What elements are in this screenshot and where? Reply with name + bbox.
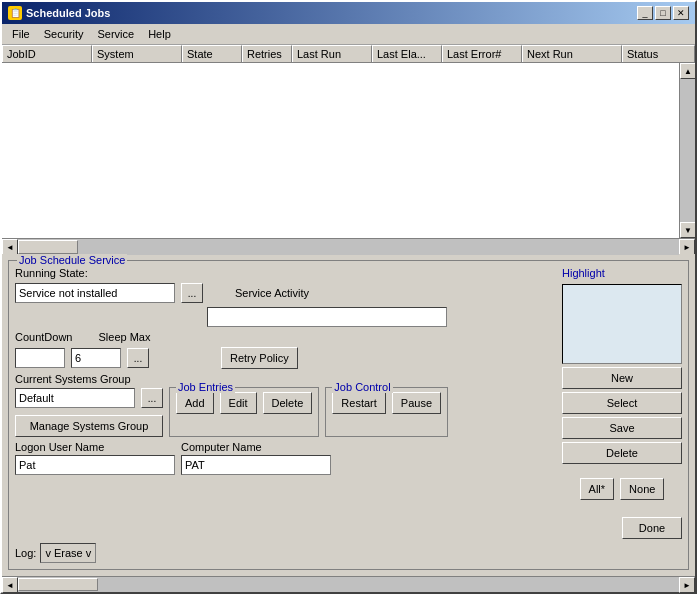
running-state-input[interactable] (15, 283, 175, 303)
computer-name-input[interactable] (181, 455, 331, 475)
col-nextrun[interactable]: Next Run (522, 45, 622, 62)
current-systems-group-input[interactable] (15, 388, 135, 408)
highlight-box (562, 284, 682, 364)
computer-name-label: Computer Name (181, 441, 331, 453)
col-state[interactable]: State (182, 45, 242, 62)
table-content (2, 63, 679, 238)
logon-user-name-label: Logon User Name (15, 441, 175, 453)
close-button[interactable]: ✕ (673, 6, 689, 20)
pause-button[interactable]: Pause (392, 392, 441, 414)
delete-entries-button[interactable]: Delete (263, 392, 313, 414)
sleep-max-input[interactable] (71, 348, 121, 368)
scroll-track-h[interactable] (18, 239, 679, 255)
select-button[interactable]: Select (562, 392, 682, 414)
job-entries-label: Job Entries (176, 381, 235, 393)
current-systems-group-browse-button[interactable]: ... (141, 388, 163, 408)
table-header: JobID System State Retries Last Run Last… (2, 45, 695, 63)
logon-computer-row: Logon User Name Computer Name (15, 441, 556, 475)
col-system[interactable]: System (92, 45, 182, 62)
menu-service[interactable]: Service (91, 26, 140, 42)
window-title: Scheduled Jobs (26, 7, 110, 19)
sleep-max-label: Sleep Max (98, 331, 150, 343)
vertical-scrollbar[interactable]: ▲ ▼ (679, 63, 695, 238)
job-control-label: Job Control (332, 381, 392, 393)
col-status[interactable]: Status (622, 45, 695, 62)
scroll-down-button[interactable]: ▼ (680, 222, 695, 238)
title-bar: 📋 Scheduled Jobs _ □ ✕ (2, 2, 695, 24)
countdown-label: CountDown (15, 331, 72, 343)
job-entries-buttons: Add Edit Delete (176, 392, 312, 414)
left-section: Running State: ... Service Activity (15, 267, 556, 479)
col-jobid[interactable]: JobID (2, 45, 92, 62)
save-button[interactable]: Save (562, 417, 682, 439)
right-section: Highlight New Select Save Delete All* No… (562, 267, 682, 539)
log-area: Log: v Erase v (15, 543, 682, 563)
minimize-button[interactable]: _ (637, 6, 653, 20)
highlight-label: Highlight (562, 267, 682, 279)
job-entries-section: Job Entries Add Edit Delete (169, 387, 319, 437)
retry-policy-button[interactable]: Retry Policy (221, 347, 298, 369)
countdown-row: CountDown Sleep Max (15, 331, 556, 343)
main-window: 📋 Scheduled Jobs _ □ ✕ File Security Ser… (0, 0, 697, 594)
new-button[interactable]: New (562, 367, 682, 389)
restart-button[interactable]: Restart (332, 392, 385, 414)
bottom-scrollbar: ◄ ► (2, 238, 695, 254)
menu-security[interactable]: Security (38, 26, 90, 42)
scroll-track-v[interactable] (680, 79, 695, 222)
menu-help[interactable]: Help (142, 26, 177, 42)
title-bar-left: 📋 Scheduled Jobs (8, 6, 110, 20)
panel-title: Job Schedule Service (17, 254, 127, 266)
scroll-right-button[interactable]: ► (679, 239, 695, 255)
all-none-row: All* None (562, 478, 682, 500)
logon-user-name-input[interactable] (15, 455, 175, 475)
col-lasterror[interactable]: Last Error# (442, 45, 522, 62)
bottom-row: Current Systems Group ... Manage Systems… (15, 373, 556, 437)
sleep-max-browse-button[interactable]: ... (127, 348, 149, 368)
table-area: ▲ ▼ (2, 63, 695, 238)
col-lastel[interactable]: Last Ela... (372, 45, 442, 62)
none-button[interactable]: None (620, 478, 664, 500)
manage-systems-group-button[interactable]: Manage Systems Group (15, 415, 163, 437)
service-activity-row (15, 307, 556, 327)
title-buttons: _ □ ✕ (637, 6, 689, 20)
running-state-label: Running State: (15, 267, 88, 279)
done-btn-area: Done (562, 511, 682, 539)
log-dropdown[interactable]: v Erase v (40, 543, 96, 563)
panel-border: Job Schedule Service Running State: ... … (8, 260, 689, 570)
col-retries[interactable]: Retries (242, 45, 292, 62)
current-systems-group-label: Current Systems Group (15, 373, 163, 385)
running-state-browse-button[interactable]: ... (181, 283, 203, 303)
scroll-up-button[interactable]: ▲ (680, 63, 695, 79)
main-row: Running State: ... Service Activity (15, 267, 682, 539)
running-state-input-row: ... Service Activity (15, 283, 556, 303)
maximize-button[interactable]: □ (655, 6, 671, 20)
delete-button[interactable]: Delete (562, 442, 682, 464)
service-activity-label: Service Activity (235, 287, 309, 299)
log-dropdown-value: v Erase v (45, 547, 91, 559)
job-control-section: Job Control Restart Pause (325, 387, 448, 437)
job-control-buttons: Restart Pause (332, 392, 441, 414)
running-state-row: Running State: (15, 267, 556, 279)
window-bottom-scrollbar: ◄ ► (2, 576, 695, 592)
add-button[interactable]: Add (176, 392, 214, 414)
done-button[interactable]: Done (622, 517, 682, 539)
scroll-thumb-h[interactable] (18, 240, 78, 254)
current-systems-group-input-row: ... (15, 388, 163, 408)
computer-name-section: Computer Name (181, 441, 331, 475)
bottom-panel: Job Schedule Service Running State: ... … (2, 254, 695, 576)
countdown-input[interactable] (15, 348, 65, 368)
window-scroll-track[interactable] (18, 577, 679, 592)
countdown-inputs-row: ... Retry Policy (15, 347, 556, 369)
window-scroll-right[interactable]: ► (679, 577, 695, 593)
current-systems-group-section: Current Systems Group ... Manage Systems… (15, 373, 163, 437)
service-activity-input[interactable] (207, 307, 447, 327)
scroll-left-button[interactable]: ◄ (2, 239, 18, 255)
window-scroll-thumb[interactable] (18, 578, 98, 591)
logon-section: Logon User Name (15, 441, 175, 475)
col-lastrun[interactable]: Last Run (292, 45, 372, 62)
all-button[interactable]: All* (580, 478, 615, 500)
edit-button[interactable]: Edit (220, 392, 257, 414)
log-label: Log: (15, 547, 36, 559)
window-scroll-left[interactable]: ◄ (2, 577, 18, 593)
menu-file[interactable]: File (6, 26, 36, 42)
